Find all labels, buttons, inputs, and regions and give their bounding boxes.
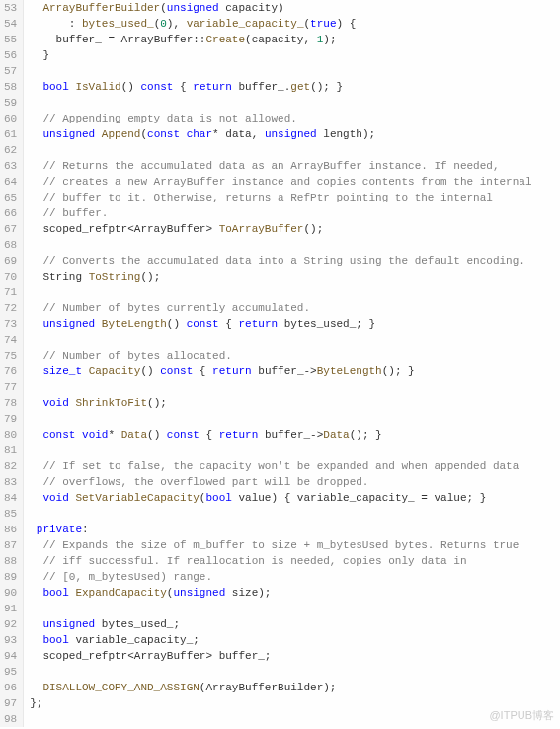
code-line: // Expands the size of m_buffer to size …: [30, 537, 560, 553]
code-line: scoped_refptr<ArrayBuffer> buffer_;: [30, 648, 560, 664]
line-number: 97: [4, 695, 17, 711]
code-line: // overflows, the overflowed part will b…: [30, 474, 560, 490]
code-line: // Returns the accumulated data as an Ar…: [30, 158, 560, 174]
code-line: [30, 237, 560, 253]
line-number: 76: [4, 364, 17, 379]
code-line: };: [30, 695, 560, 711]
code-line: // buffer.: [30, 205, 560, 221]
code-area: ArrayBufferBuilder(unsigned capacity) : …: [24, 0, 560, 727]
line-number: 79: [4, 411, 17, 427]
line-number: 80: [4, 427, 17, 443]
line-number: 82: [4, 458, 17, 474]
code-line: [30, 95, 560, 111]
line-number: 68: [4, 237, 17, 253]
code-line: // Converts the accumulated data into a …: [30, 253, 560, 269]
line-number: 98: [4, 711, 17, 727]
code-line: // Number of bytes allocated.: [30, 348, 560, 364]
line-number: 77: [4, 379, 17, 395]
line-number: 58: [4, 79, 17, 95]
code-line: buffer_ = ArrayBuffer::Create(capacity, …: [30, 32, 560, 47]
code-line: [30, 284, 560, 300]
line-number: 75: [4, 348, 17, 364]
code-line: : bytes_used_(0), variable_capacity_(tru…: [30, 16, 560, 32]
line-number: 53: [4, 0, 17, 16]
line-number: 55: [4, 32, 17, 47]
code-line: [30, 506, 560, 522]
code-line: scoped_refptr<ArrayBuffer> ToArrayBuffer…: [30, 221, 560, 237]
code-line: [30, 601, 560, 616]
line-number: 66: [4, 205, 17, 221]
code-line: unsigned bytes_used_;: [30, 616, 560, 632]
code-line: DISALLOW_COPY_AND_ASSIGN(ArrayBufferBuil…: [30, 680, 560, 695]
code-line: bool variable_capacity_;: [30, 632, 560, 648]
code-line: }: [30, 47, 560, 63]
line-number: 95: [4, 664, 17, 680]
code-line: [30, 379, 560, 395]
line-number-gutter: 5354555657585960616263646566676869707172…: [0, 0, 24, 727]
line-number: 85: [4, 506, 17, 522]
code-line: unsigned ByteLength() const { return byt…: [30, 316, 560, 332]
code-line: bool ExpandCapacity(unsigned size);: [30, 585, 560, 601]
line-number: 87: [4, 537, 17, 553]
code-line: [30, 142, 560, 158]
line-number: 96: [4, 680, 17, 695]
line-number: 93: [4, 632, 17, 648]
code-line: [30, 63, 560, 79]
line-number: 74: [4, 332, 17, 348]
code-line: void ShrinkToFit();: [30, 395, 560, 411]
code-line: bool IsValid() const { return buffer_.ge…: [30, 79, 560, 95]
line-number: 78: [4, 395, 17, 411]
line-number: 67: [4, 221, 17, 237]
line-number: 69: [4, 253, 17, 269]
line-number: 89: [4, 569, 17, 585]
line-number: 54: [4, 16, 17, 32]
code-line: String ToString();: [30, 269, 560, 284]
code-line: [30, 332, 560, 348]
code-line: [30, 411, 560, 427]
line-number: 81: [4, 443, 17, 458]
code-container: 5354555657585960616263646566676869707172…: [0, 0, 560, 727]
code-line: private:: [30, 522, 560, 537]
code-line: [30, 711, 560, 727]
line-number: 90: [4, 585, 17, 601]
line-number: 73: [4, 316, 17, 332]
code-line: // buffer to it. Otherwise, returns a Re…: [30, 190, 560, 205]
line-number: 72: [4, 300, 17, 316]
line-number: 59: [4, 95, 17, 111]
line-number: 83: [4, 474, 17, 490]
line-number: 65: [4, 190, 17, 205]
code-line: [30, 664, 560, 680]
line-number: 62: [4, 142, 17, 158]
line-number: 56: [4, 47, 17, 63]
code-line: // If set to false, the capacity won't b…: [30, 458, 560, 474]
code-line: ArrayBufferBuilder(unsigned capacity): [30, 0, 560, 16]
code-line: // iff successful. If reallocation is ne…: [30, 553, 560, 569]
line-number: 94: [4, 648, 17, 664]
line-number: 84: [4, 490, 17, 506]
line-number: 61: [4, 126, 17, 142]
code-line: // Number of bytes currently accumulated…: [30, 300, 560, 316]
line-number: 64: [4, 174, 17, 190]
code-line: unsigned Append(const char* data, unsign…: [30, 126, 560, 142]
line-number: 71: [4, 284, 17, 300]
line-number: 57: [4, 63, 17, 79]
code-line: // [0, m_bytesUsed) range.: [30, 569, 560, 585]
line-number: 70: [4, 269, 17, 284]
line-number: 60: [4, 111, 17, 126]
code-line: size_t Capacity() const { return buffer_…: [30, 364, 560, 379]
line-number: 88: [4, 553, 17, 569]
code-line: const void* Data() const { return buffer…: [30, 427, 560, 443]
line-number: 91: [4, 601, 17, 616]
code-line: [30, 443, 560, 458]
code-line: // creates a new ArrayBuffer instance an…: [30, 174, 560, 190]
line-number: 92: [4, 616, 17, 632]
watermark-text: @ITPUB博客: [489, 708, 554, 723]
line-number: 86: [4, 522, 17, 537]
code-line: // Appending empty data is not allowed.: [30, 111, 560, 126]
code-line: void SetVariableCapacity(bool value) { v…: [30, 490, 560, 506]
line-number: 63: [4, 158, 17, 174]
